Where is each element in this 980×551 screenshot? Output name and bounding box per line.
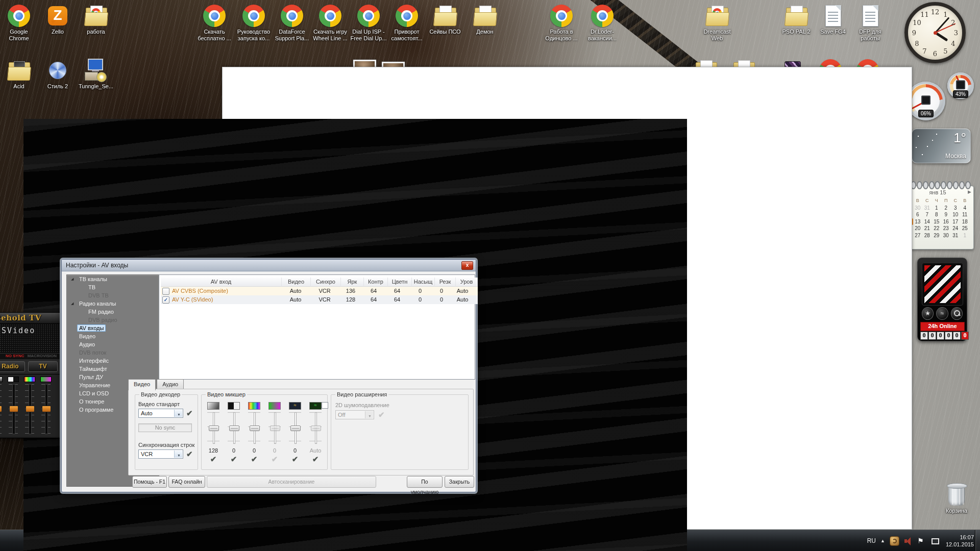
line-sync-apply-check-icon[interactable]: ✔ xyxy=(186,449,193,459)
taskbar-clock[interactable]: 16:07 12.01.2015 xyxy=(946,534,974,548)
skin-slider-thumb[interactable] xyxy=(9,406,18,412)
mixer-channel-check-icon[interactable]: ✔ xyxy=(265,455,284,464)
radio-button[interactable]: Radio xyxy=(0,361,25,372)
mixer-auto-checkbox[interactable] xyxy=(322,402,328,409)
button-закрыть[interactable]: Закрыть xyxy=(445,476,474,488)
desktop-icon-google-chrome[interactable]: Google Chrome xyxy=(0,4,39,42)
tree-item-таймшифт[interactable]: Таймшифт xyxy=(67,365,159,373)
desktop-icon-dr-loder-вакансии-[interactable]: Dr.Loder- вакансии... xyxy=(582,4,622,42)
tv-button[interactable]: TV xyxy=(28,361,58,372)
checkbox-unchecked-icon[interactable] xyxy=(162,288,169,295)
column-header-цветн[interactable]: Цветн xyxy=(388,278,412,287)
line-sync-dropdown[interactable]: VCR xyxy=(138,449,183,459)
desktop-icon-демон[interactable]: Демон xyxy=(465,4,505,35)
mixer-slider-track[interactable] xyxy=(268,412,281,444)
tv-tuner-tray-icon[interactable] xyxy=(890,536,899,546)
tree-item-dvb-поток[interactable]: DVB поток xyxy=(67,348,159,357)
network-icon[interactable] xyxy=(930,537,939,545)
mixer-channel-check-icon[interactable]: ✔ xyxy=(306,455,325,464)
column-header-ярк[interactable]: Ярк xyxy=(341,278,364,287)
table-row[interactable]: ✓AV Y-C (SVideo)AutoVCR128646400Auto xyxy=(161,295,478,304)
tab-video[interactable]: Видео xyxy=(128,379,156,390)
show-hidden-icons-icon[interactable]: ▲ xyxy=(880,538,885,543)
mixer-slider-track[interactable] xyxy=(207,412,219,444)
skin-slider-thumb[interactable] xyxy=(42,406,51,412)
desktop-icon-сейвы-псо[interactable]: Сейвы ПСО xyxy=(425,4,465,35)
tree-item-av-входы[interactable]: AV входы xyxy=(67,324,159,332)
mixer-slider-track[interactable] xyxy=(248,412,260,444)
action-center-flag-icon[interactable]: ⚑ xyxy=(917,537,926,545)
tree-item-радио-каналы[interactable]: Радио каналы xyxy=(67,299,159,308)
behold-tv-panel[interactable]: Behold TV SVideo 7 NO SYNC MACROVISION R… xyxy=(0,312,60,438)
mixer-slider-track[interactable] xyxy=(309,412,322,444)
tree-item-интерфейс[interactable]: Интерфейс xyxy=(67,357,159,365)
mixer-channel-check-icon[interactable]: ✔ xyxy=(224,455,243,464)
show-desktop-button[interactable] xyxy=(975,530,980,551)
desktop-icon-работа-в-одинцово-[interactable]: Работа в Одинцово ... xyxy=(542,4,581,42)
mixer-slider-thumb[interactable] xyxy=(290,425,301,431)
desktop-icon-acid[interactable]: Acid xyxy=(0,59,39,90)
tree-item-dvb-тв[interactable]: DVB ТВ xyxy=(67,291,159,299)
tree-item-тв-каналы[interactable]: ТВ каналы xyxy=(67,275,159,283)
button-faq-онлайн[interactable]: FAQ онлайн xyxy=(168,476,205,488)
skin-slider-track[interactable] xyxy=(25,384,34,434)
button-по-умолчанию[interactable]: По умолчанию xyxy=(407,476,443,488)
mixer-slider-thumb[interactable] xyxy=(270,425,280,431)
desktop-icon-скачать-игру-wheel-line-[interactable]: Скачать игру Wheel Line ... xyxy=(310,4,350,42)
desktop-icon-dreamcast-web[interactable]: Dreamcast Web xyxy=(697,4,737,42)
table-row[interactable]: AV CVBS (Composite)AutoVCR136646400Auto xyxy=(161,287,478,295)
desktop-icon-скачать-бесплатно-[interactable]: Скачать бесплатно ... xyxy=(194,4,234,42)
tree-item-fm-радио[interactable]: FM радио xyxy=(67,308,159,316)
tree-item-аудио[interactable]: Аудио xyxy=(67,340,159,348)
column-header-уров[interactable]: Уров xyxy=(456,278,478,287)
desktop-icon-dataforce-support-pla-[interactable]: DataForce Support Pla... xyxy=(272,4,312,42)
skin-slider-track[interactable] xyxy=(0,384,2,434)
mixer-slider-thumb[interactable] xyxy=(311,425,321,431)
mixer-slider-thumb[interactable] xyxy=(209,425,219,431)
desktop-icon-dfp-для-работы[interactable]: DFP для работы xyxy=(850,4,890,42)
dialog-titlebar[interactable]: Настройки - AV входы x xyxy=(62,260,476,271)
column-header-видео[interactable]: Видео xyxy=(282,278,311,287)
desktop-icon-приворот-самостоят-[interactable]: Приворот самостоят... xyxy=(387,4,427,42)
language-indicator[interactable]: RU xyxy=(867,537,876,544)
desktop-icon-save-fg4[interactable]: Save FG4 xyxy=(813,4,853,35)
skin-slider-track[interactable] xyxy=(41,384,51,434)
column-header-насыщ[interactable]: Насыщ xyxy=(412,278,435,287)
skin-slider-plain[interactable] xyxy=(0,377,4,434)
skin-slider-thumb[interactable] xyxy=(26,406,35,412)
skin-slider-track[interactable] xyxy=(9,384,18,434)
mixer-slider-track[interactable] xyxy=(228,412,240,444)
mixer-channel-check-icon[interactable]: ✔ xyxy=(244,455,264,464)
desktop-icon-стиль-2[interactable]: Стиль 2 xyxy=(38,59,78,90)
video-standard-apply-check-icon[interactable]: ✔ xyxy=(186,409,193,418)
skin-slider-greenmagenta[interactable] xyxy=(39,377,53,434)
skin-slider-thumb[interactable] xyxy=(0,406,2,412)
column-header-синхро[interactable]: Синхро xyxy=(311,278,341,287)
recycle-bin[interactable]: Корзина xyxy=(935,482,978,514)
close-icon[interactable]: x xyxy=(461,261,473,270)
button-помощь-f1[interactable]: Помощь - F1 xyxy=(132,476,167,488)
desktop-icon-pso-pal-2[interactable]: PSO PAL 2 xyxy=(776,4,816,35)
volume-icon[interactable] xyxy=(904,537,913,545)
desktop-icon-zello[interactable]: Zello xyxy=(38,4,78,35)
tab-audio[interactable]: Аудио xyxy=(157,379,184,389)
mixer-channel-check-icon[interactable]: ✔ xyxy=(204,455,223,464)
mixer-slider-thumb[interactable] xyxy=(250,425,260,431)
skin-slider-contrast[interactable] xyxy=(7,377,20,434)
column-header-резк[interactable]: Резк xyxy=(435,278,456,287)
tree-item-видео[interactable]: Видео xyxy=(67,332,159,340)
mixer-channel-check-icon[interactable]: ✔ xyxy=(285,455,305,464)
desktop-icon-работа[interactable]: работа xyxy=(76,4,116,35)
tree-item-dvb-радио[interactable]: DVB радио xyxy=(67,316,159,324)
desktop-icon-руководство-запуска-ко-[interactable]: Руководство запуска ко... xyxy=(234,4,274,42)
checkbox-checked-icon[interactable]: ✓ xyxy=(162,296,169,304)
skin-slider-rainbow[interactable] xyxy=(23,377,36,434)
tree-item-тв[interactable]: ТВ xyxy=(67,283,159,291)
noise-reduction-dropdown[interactable]: Off xyxy=(335,410,374,419)
video-standard-dropdown[interactable]: Auto xyxy=(138,409,183,418)
mixer-slider-thumb[interactable] xyxy=(229,425,239,431)
desktop-icon-tunngle-se-[interactable]: Tunngle_Se... xyxy=(76,59,116,90)
mixer-slider-track[interactable] xyxy=(289,412,301,444)
column-header-av-вход[interactable]: AV вход xyxy=(161,278,282,287)
column-header-контр[interactable]: Контр xyxy=(364,278,388,287)
